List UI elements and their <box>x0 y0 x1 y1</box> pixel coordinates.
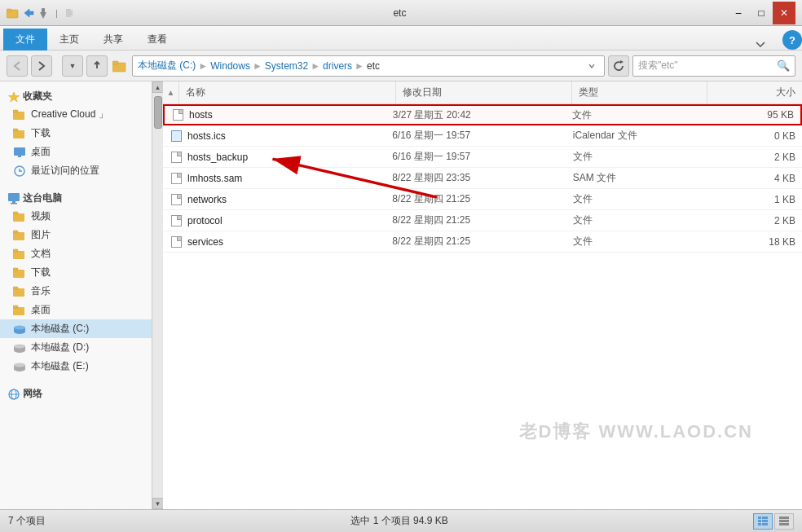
expand-ribbon-icon[interactable] <box>755 40 766 48</box>
sidebar-item-desktop2[interactable]: 桌面 <box>0 301 162 319</box>
breadcrumb-windows[interactable]: Windows <box>210 60 250 72</box>
sidebar-item-pictures[interactable]: 图片 <box>0 226 162 244</box>
hosts-ics-date: 6/16 星期一 19:57 <box>386 129 566 143</box>
pictures-label: 图片 <box>31 228 51 242</box>
sidebar-item-desktop[interactable]: 桌面 <box>0 143 162 161</box>
recent-label: 最近访问的位置 <box>31 164 99 178</box>
title-pin-icon <box>37 7 49 19</box>
doc-icon-hosts-backup <box>170 152 183 163</box>
file-row-hosts-ics[interactable]: hosts.ics 6/16 星期一 19:57 iCalendar 文件 0 … <box>163 125 802 147</box>
scroll-up-arrow[interactable]: ▲ <box>152 81 164 93</box>
svg-point-31 <box>14 325 25 329</box>
pictures-folder-icon <box>13 229 26 242</box>
protocol-filename: protocol <box>187 215 223 226</box>
downloads-label: 下载 <box>31 126 51 140</box>
file-row-networks[interactable]: networks 8/22 星期四 21:25 文件 1 KB <box>163 189 802 210</box>
file-name-hosts-backup: hosts_backup <box>163 152 386 163</box>
file-row-hosts-backup[interactable]: hosts_backup 6/16 星期一 19:57 文件 2 KB <box>163 147 802 168</box>
sidebar-item-drive-e[interactable]: 本地磁盘 (E:) <box>0 357 162 376</box>
scroll-thumb[interactable] <box>154 96 162 129</box>
this-pc-header[interactable]: 这台电脑 <box>0 187 162 207</box>
breadcrumb-drivers[interactable]: drivers <box>323 60 352 72</box>
detail-view-button[interactable] <box>753 513 773 530</box>
window-title: etc <box>393 7 406 19</box>
svg-rect-17 <box>13 213 24 222</box>
ics-icon-hosts <box>170 130 183 142</box>
breadcrumb-system32[interactable]: System32 <box>265 60 308 72</box>
tab-view[interactable]: 查看 <box>135 29 179 51</box>
sidebar-item-drive-d[interactable]: 本地磁盘 (D:) <box>0 338 162 357</box>
svg-rect-43 <box>758 517 761 519</box>
svg-rect-16 <box>11 203 17 204</box>
close-button[interactable]: ✕ <box>773 2 795 24</box>
documents-label: 文档 <box>31 247 51 261</box>
sidebar-item-downloads2[interactable]: 下载 <box>0 263 162 282</box>
file-row-hosts[interactable]: hosts 3/27 星期五 20:42 文件 95 KB <box>163 104 802 125</box>
svg-point-37 <box>14 363 25 367</box>
drive-e-icon <box>13 360 26 373</box>
svg-rect-1 <box>7 9 11 11</box>
col-header-name[interactable]: 名称 <box>179 81 396 103</box>
maximize-button[interactable]: □ <box>750 2 773 24</box>
sidebar-item-downloads[interactable]: 下载 <box>0 124 162 143</box>
dropdown-button[interactable]: ▼ <box>62 55 83 77</box>
list-view-button[interactable] <box>774 513 794 530</box>
up-button[interactable] <box>86 55 108 77</box>
svg-rect-23 <box>13 270 24 278</box>
sidebar-item-music[interactable]: 音乐 <box>0 282 162 301</box>
breadcrumb-c[interactable]: 本地磁盘 (C:) <box>138 59 196 73</box>
sidebar-item-creative-cloud[interactable]: Creative Cloud 」 <box>0 105 162 124</box>
favorites-label: 收藏夹 <box>23 90 52 103</box>
hosts-ics-size: 0 KB <box>705 130 802 142</box>
back-button[interactable] <box>7 55 28 77</box>
search-icon[interactable]: 🔍 <box>777 59 790 72</box>
back-icon <box>13 61 21 71</box>
title-back-icon <box>23 7 34 19</box>
status-selected: 选中 1 个项目 94.9 KB <box>350 514 447 528</box>
help-button[interactable]: ? <box>782 30 802 50</box>
hosts-backup-filename: hosts_backup <box>187 152 248 163</box>
file-row-services[interactable]: services 8/22 星期四 21:25 文件 18 KB <box>163 231 802 253</box>
col-header-size[interactable]: 大小 <box>707 81 802 103</box>
breadcrumb: 本地磁盘 (C:) ► Windows ► System32 ► drivers… <box>132 55 605 77</box>
forward-button[interactable] <box>31 55 52 77</box>
status-total: 7 个项目 <box>8 514 46 528</box>
svg-rect-11 <box>14 147 25 156</box>
lmhosts-type: SAM 文件 <box>566 171 705 185</box>
list-view-icon <box>778 516 790 526</box>
file-row-lmhosts[interactable]: lmhosts.sam 8/22 星期四 23:35 SAM 文件 4 KB <box>163 168 802 189</box>
svg-rect-49 <box>779 517 789 519</box>
search-box[interactable]: 搜索"etc" 🔍 <box>632 55 795 77</box>
svg-rect-45 <box>758 520 761 522</box>
hosts-date: 3/27 星期五 20:42 <box>386 108 566 122</box>
breadcrumb-dropdown-icon[interactable] <box>588 62 596 70</box>
scroll-down-arrow[interactable]: ▼ <box>152 498 164 509</box>
col-header-date[interactable]: 修改日期 <box>396 81 572 103</box>
svg-marker-3 <box>40 12 46 19</box>
sidebar-scrollbar[interactable]: ▲ ▼ <box>152 81 163 509</box>
minimize-button[interactable]: – <box>727 2 750 24</box>
detail-view-icon <box>757 516 769 526</box>
desktop-label: 桌面 <box>31 145 51 159</box>
sidebar-item-recent[interactable]: 最近访问的位置 <box>0 161 162 180</box>
tab-share[interactable]: 共享 <box>91 29 135 51</box>
search-placeholder: 搜索"etc" <box>638 59 678 73</box>
favorites-header[interactable]: 收藏夹 <box>0 85 162 105</box>
this-pc-label: 这台电脑 <box>23 191 62 205</box>
sidebar-container: 收藏夹 Creative Cloud 」 下载 桌面 <box>0 81 163 509</box>
file-row-protocol[interactable]: protocol 8/22 星期四 21:25 文件 2 KB <box>163 210 802 231</box>
up-icon <box>92 61 102 71</box>
drive-e-label: 本地磁盘 (E:) <box>31 359 89 373</box>
svg-rect-50 <box>779 520 789 522</box>
tab-file[interactable]: 文件 <box>3 29 47 51</box>
services-date: 8/22 星期四 21:25 <box>386 235 566 248</box>
sidebar-item-drive-c[interactable]: 本地磁盘 (C:) <box>0 319 162 338</box>
col-header-type[interactable]: 类型 <box>572 81 707 103</box>
tab-home[interactable]: 主页 <box>47 29 91 51</box>
sidebar-item-documents[interactable]: 文档 <box>0 244 162 263</box>
videos-label: 视频 <box>31 209 51 223</box>
sidebar-item-videos[interactable]: 视频 <box>0 207 162 226</box>
refresh-button[interactable] <box>608 55 629 77</box>
network-header[interactable]: 网络 <box>0 382 162 402</box>
file-name-services: services <box>163 236 386 248</box>
